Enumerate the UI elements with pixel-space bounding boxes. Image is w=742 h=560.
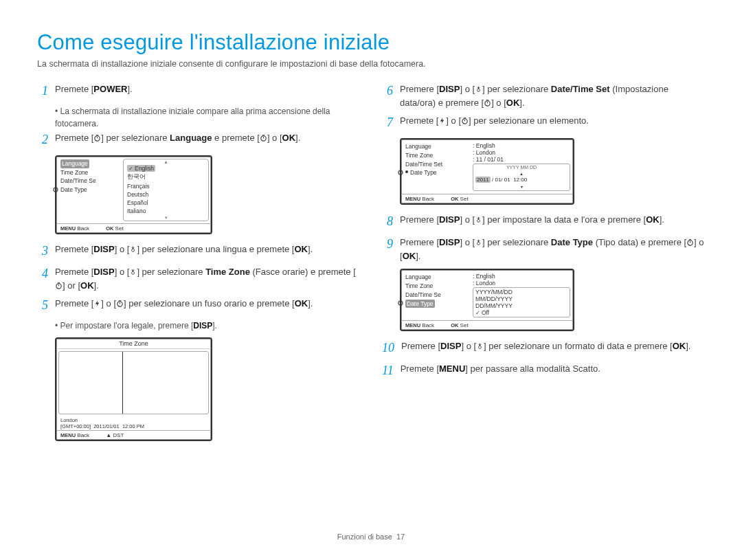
step-number: 4	[37, 265, 48, 293]
map-title: Time Zone	[56, 339, 211, 349]
step-text: Premete [DISP] o [] per selezionare Time…	[55, 265, 360, 293]
ok-button-label: OK	[403, 251, 416, 261]
val-language: English	[476, 142, 495, 149]
macro-icon	[129, 266, 137, 273]
step-text: Premete [] o [] per selezionare un fuso …	[55, 297, 360, 315]
screenshot-language: ⚙ Language Time Zone Date/Time Se Date T…	[55, 155, 212, 234]
step-5: 5 Premete [] o [] per selezionare un fus…	[37, 297, 360, 315]
step-8: 8 Premere [DISP] o [] per impostare la d…	[382, 213, 705, 232]
step-text: Premete [] per selezionare Language e pr…	[55, 131, 360, 150]
page-footer: Funzioni di base 17	[0, 533, 742, 541]
flash-icon	[438, 115, 446, 122]
option-espanol: Español	[126, 199, 206, 207]
option-italiano: Italiano	[126, 207, 206, 215]
option-korean: 한국어	[126, 172, 206, 182]
label-timezone: Time Zone	[405, 151, 469, 160]
label-language: Language	[405, 273, 469, 282]
gear-icon: ⚙	[397, 167, 404, 179]
two-columns: 1 Premete [POWER]. La schermata di insta…	[37, 82, 705, 449]
option-mmddyyyy: MM/DD/YYYY	[475, 295, 567, 302]
step-number: 6	[382, 82, 393, 110]
label-datetime: Date/Time Se	[60, 177, 120, 186]
val-timezone: London	[476, 149, 495, 156]
step-number: 3	[37, 242, 48, 261]
svg-point-6	[56, 284, 61, 289]
label-timezone: Time Zone	[60, 168, 120, 177]
ok-button-label: OK	[294, 244, 308, 254]
step-text: Premere [DISP] o [] per impostare la dat…	[400, 213, 705, 232]
option-off: Off	[475, 309, 489, 316]
flash-icon	[93, 298, 101, 305]
step-number: 7	[382, 113, 393, 133]
screenshot-datetime: ⚙ Language Time Zone Date/Time Set Date …	[400, 138, 574, 205]
disp-button-label: DISP	[93, 244, 114, 254]
screenshot-values: : English : London YYYY/MM/DD MM/DD/YYYY…	[470, 270, 573, 320]
label-language: Language	[405, 142, 469, 151]
svg-point-9	[117, 302, 122, 306]
timer-icon	[116, 298, 124, 305]
step-number: 8	[382, 212, 393, 232]
gear-icon: ⚙	[52, 184, 59, 196]
datetime-bold: Date/Time Set	[551, 84, 610, 94]
val-datetime: 11 / 01/ 01	[476, 156, 504, 163]
disp-button-label: DISP	[439, 237, 460, 247]
step-text: Premete [] o [] per selezionare un eleme…	[400, 114, 705, 133]
manual-page: Come eseguire l'installazione iniziale L…	[0, 0, 742, 560]
right-column: 6 Premere [DISP] o [] per selezionare Da…	[382, 82, 705, 449]
timer-icon	[93, 132, 101, 139]
label-timezone: Time Zone	[405, 282, 469, 291]
page-title: Come eseguire l'installazione iniziale	[37, 30, 705, 55]
screenshot-left-labels: ⚙ Language Time Zone Date/Time Se Date T…	[56, 157, 121, 223]
ok-button-label: OK	[80, 280, 94, 291]
option-ddmmyyyy: DD/MM/YYYY	[475, 302, 567, 309]
screenshot-left-labels: ⚙ Language Time Zone Date/Time Set Date …	[401, 139, 470, 194]
step-10: 10 Premere [DISP] o [] per selezionare u…	[382, 339, 705, 358]
step-number: 5	[37, 296, 48, 315]
step-3: 3 Premete [DISP] o [] per selezionare un…	[37, 243, 360, 261]
option-yyyymmdd: YYYY/MM/DD	[475, 289, 567, 295]
gear-icon: ⚙	[397, 298, 404, 309]
val-timezone: London	[476, 280, 495, 287]
timer-icon	[461, 115, 469, 122]
page-subtitle: La schermata di installazione iniziale c…	[37, 59, 705, 69]
label-datetype: Date Type	[60, 186, 120, 194]
step-1-bullet: La schermata di installazione iniziale c…	[55, 105, 360, 130]
label-datetype: Date Type	[405, 300, 435, 309]
macro-icon	[475, 83, 482, 91]
screenshot-left-labels: ⚙ Language Time Zone Date/Time Se Date T…	[401, 270, 470, 320]
macro-icon	[476, 340, 484, 348]
left-column: 1 Premete [POWER]. La schermata di insta…	[37, 82, 360, 449]
screenshot-values: : English : London : 11 / 01/ 01 YYYY MM…	[470, 139, 573, 194]
screenshot-footer: MENU Back OK Set	[401, 320, 573, 330]
step-5-bullet: Per impostare l'ora legale, premere [DIS…	[55, 320, 360, 332]
dt-format: YYYY MM DD	[475, 165, 567, 170]
ok-button-label: OK	[506, 98, 520, 108]
screenshot-footer: MENU Back OK Set	[401, 194, 573, 203]
map-info: London [GMT+00:00] 2011/01/01 12:00 PM	[56, 416, 211, 430]
svg-point-18	[688, 240, 693, 245]
disp-button-label: DISP	[439, 84, 460, 94]
power-button-label: POWER	[93, 84, 127, 94]
disp-button-label: DISP	[440, 341, 461, 351]
step-number: 9	[382, 235, 393, 263]
step-number: 11	[382, 361, 394, 381]
option-deutsch: Deutsch	[126, 190, 206, 199]
step-6: 6 Premere [DISP] o [] per selezionare Da…	[382, 82, 705, 110]
disp-button-label: DISP	[439, 214, 460, 225]
step-text: Premete [POWER].	[55, 82, 360, 101]
screenshot-options: ▲ English 한국어 Français Deutsch Español I…	[123, 159, 209, 221]
disp-button-label: DISP	[193, 321, 212, 331]
option-francais: Français	[126, 182, 206, 190]
screenshot-timezone: Time Zone London [GMT+00:00] 2011/01/01 …	[55, 337, 212, 441]
step-7: 7 Premete [] o [] per selezionare un ele…	[382, 114, 705, 133]
step-number: 10	[382, 339, 394, 358]
val-language: English	[476, 273, 495, 280]
step-number: 1	[37, 82, 48, 101]
step-text: Premere [DISP] o [] per selezionare Date…	[400, 82, 705, 110]
step-4: 4 Premete [DISP] o [] per selezionare Ti…	[37, 265, 360, 293]
disp-button-label: DISP	[93, 267, 114, 277]
timezone-bold: Time Zone	[205, 267, 250, 277]
step-text: Premere [DISP] o [] per selezionare un f…	[401, 339, 705, 358]
macro-icon	[475, 236, 482, 244]
step-9: 9 Premere [DISP] o [] per selezionare Da…	[382, 236, 705, 263]
